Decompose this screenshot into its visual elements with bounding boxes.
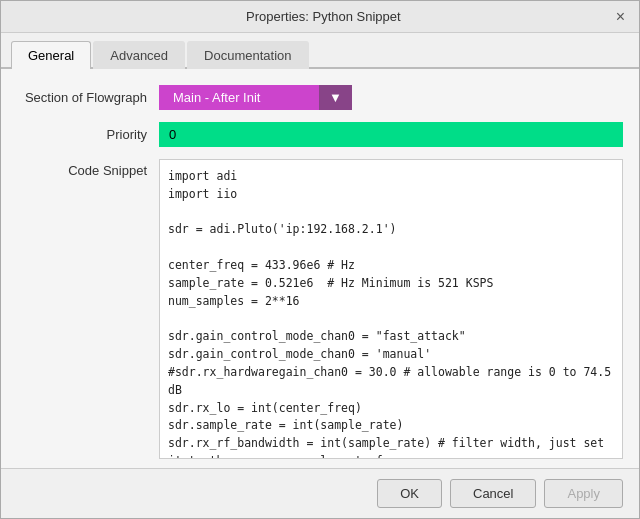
- section-dropdown-button[interactable]: ▼: [319, 85, 352, 110]
- tab-documentation[interactable]: Documentation: [187, 41, 308, 69]
- section-dropdown-wrapper: Main - After Init ▼: [159, 85, 352, 110]
- priority-wrapper: [159, 122, 623, 147]
- code-label: Code Snippet: [17, 159, 147, 178]
- dialog: Properties: Python Snippet × General Adv…: [0, 0, 640, 519]
- tab-bar: General Advanced Documentation: [1, 33, 639, 69]
- section-value: Main - After Init: [159, 85, 319, 110]
- priority-input[interactable]: [159, 122, 623, 147]
- title-bar: Properties: Python Snippet ×: [1, 1, 639, 33]
- section-row: Section of Flowgraph Main - After Init ▼: [17, 85, 623, 110]
- content-area: Section of Flowgraph Main - After Init ▼…: [1, 69, 639, 468]
- code-row: Code Snippet import adi import iio sdr =…: [17, 159, 623, 459]
- tab-advanced[interactable]: Advanced: [93, 41, 185, 69]
- footer: OK Cancel Apply: [1, 468, 639, 518]
- cancel-button[interactable]: Cancel: [450, 479, 536, 508]
- code-snippet-box[interactable]: import adi import iio sdr = adi.Pluto('i…: [159, 159, 623, 459]
- tab-general[interactable]: General: [11, 41, 91, 69]
- ok-button[interactable]: OK: [377, 479, 442, 508]
- apply-button[interactable]: Apply: [544, 479, 623, 508]
- close-button[interactable]: ×: [612, 9, 629, 25]
- dialog-title: Properties: Python Snippet: [35, 9, 612, 24]
- section-label: Section of Flowgraph: [17, 90, 147, 105]
- priority-row: Priority: [17, 122, 623, 147]
- priority-label: Priority: [17, 127, 147, 142]
